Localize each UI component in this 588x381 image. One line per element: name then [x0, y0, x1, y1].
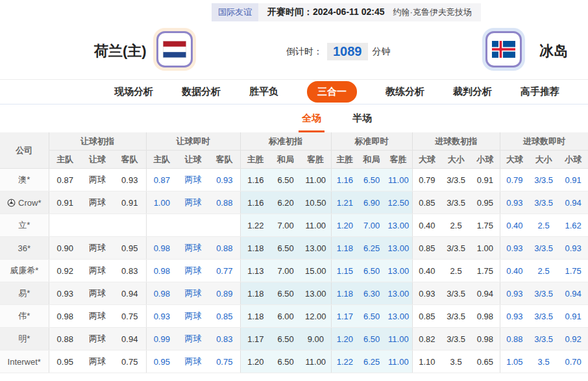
odds-cell: 0.93 — [49, 282, 81, 305]
odds-cell: 3/3.5 — [441, 191, 471, 214]
odds-group-header: 进球数初指 — [412, 132, 500, 151]
scope-subtabs: 全场半场 — [0, 104, 588, 132]
odds-cell: 3.5 — [529, 350, 558, 373]
odds-cell: 1.16 — [240, 191, 271, 214]
odds-cell: 1.18 — [240, 282, 271, 305]
odds-cell: 0.91 — [558, 305, 588, 328]
odds-cell: 0.94 — [558, 282, 588, 305]
odds-cell: 0.88 — [209, 191, 240, 214]
odds-cell: 两球 — [81, 191, 114, 214]
odds-cell: 2.5 — [529, 214, 558, 237]
odds-subcolumn-header: 小球 — [471, 151, 500, 169]
odds-cell: 两球 — [81, 350, 114, 373]
odds-cell: 0.77 — [209, 260, 240, 282]
odds-cell: 0.93 — [412, 282, 441, 305]
odds-cell: 13.00 — [385, 214, 412, 237]
top-info-bar: 国际友谊 开赛时间：2024-06-11 02:45 约翰·克鲁伊夫竞技场 — [0, 0, 588, 23]
odds-cell: 0.91 — [114, 191, 146, 214]
odds-cell — [114, 214, 146, 237]
odds-subcolumn-header: 主胜 — [331, 151, 358, 169]
scope-subtab[interactable]: 半场 — [352, 104, 372, 132]
odds-cell: 0.88 — [49, 328, 81, 350]
odds-cell: 两球 — [177, 328, 209, 350]
nav-tab[interactable]: 胜平负 — [249, 86, 278, 98]
odds-subcolumn-header: 主队 — [146, 151, 177, 169]
odds-cell: 0.82 — [412, 328, 441, 350]
odds-cell: 两球 — [177, 260, 209, 282]
odds-cell: 1.18 — [331, 237, 358, 260]
odds-cell: 11.00 — [385, 169, 412, 191]
odds-cell: 1.20 — [240, 350, 271, 373]
odds-row: 立*1.227.0011.001.207.0013.000.402.51.750… — [0, 214, 588, 237]
odds-subcolumn-header: 大小 — [529, 151, 558, 169]
nav-tab[interactable]: 裁判分析 — [453, 86, 492, 98]
scope-subtab[interactable]: 全场 — [302, 104, 321, 132]
odds-cell: 13.00 — [385, 237, 412, 260]
odds-cell: 2.5 — [529, 260, 558, 282]
odds-cell: 0.94 — [114, 328, 146, 350]
odds-cell: 6.50 — [358, 305, 385, 328]
odds-cell: 1.16 — [240, 169, 271, 191]
odds-cell: 1.75 — [558, 260, 588, 282]
odds-cell: 6.50 — [358, 260, 385, 282]
odds-cell: 0.99 — [146, 328, 177, 350]
company-column-header: 公司 — [0, 132, 49, 169]
odds-cell: 0.90 — [49, 237, 81, 260]
odds-group-header: 进球数即时 — [500, 132, 588, 151]
nav-tab[interactable]: 现场分析 — [114, 86, 153, 98]
odds-cell: 7.00 — [271, 214, 300, 237]
odds-row: 威廉希*0.92两球0.830.98两球0.771.137.0015.001.1… — [0, 260, 588, 282]
odds-cell: 11.00 — [300, 214, 331, 237]
odds-cell: 1.20 — [331, 328, 358, 350]
odds-cell: 0.75 — [114, 350, 146, 373]
odds-table-body: 澳*0.87两球0.930.87两球0.931.166.5011.001.166… — [0, 169, 588, 373]
odds-cell: 0.75 — [209, 350, 240, 373]
odds-subcolumn-header: 大球 — [412, 151, 441, 169]
odds-cell: 3/3.5 — [441, 169, 471, 191]
odds-cell: 6.50 — [271, 328, 300, 350]
odds-cell: 1.10 — [412, 350, 441, 373]
odds-cell: 11.00 — [385, 328, 412, 350]
odds-cell: 0.79 — [412, 169, 441, 191]
odds-cell: 1.17 — [331, 305, 358, 328]
odds-cell: 13.00 — [385, 282, 412, 305]
odds-cell: 12.50 — [385, 191, 412, 214]
odds-cell: 1.17 — [240, 328, 271, 350]
odds-cell: 0.40 — [500, 260, 529, 282]
odds-cell: 3/3.5 — [529, 237, 558, 260]
nav-tab[interactable]: 数据分析 — [182, 86, 221, 98]
odds-cell: 0.98 — [146, 237, 177, 260]
page: { "header": { "league_badge": "国际友谊", "k… — [0, 0, 588, 381]
odds-cell: 0.95 — [146, 350, 177, 373]
odds-row: 伟*0.98两球0.750.93两球0.851.186.0012.001.176… — [0, 305, 588, 328]
odds-cell: 两球 — [177, 237, 209, 260]
odds-cell: 两球 — [81, 169, 114, 191]
home-team-name: 荷兰(主) — [94, 42, 147, 61]
odds-cell: 3.5 — [441, 350, 471, 373]
odds-subcolumn-header: 小球 — [558, 151, 588, 169]
odds-subcolumn-header: 客队 — [114, 151, 146, 169]
company-name: 伟* — [0, 305, 49, 328]
odds-cell: 0.75 — [114, 305, 146, 328]
odds-cell: 0.95 — [49, 350, 81, 373]
nav-tab[interactable]: 教练分析 — [386, 86, 424, 98]
nav-tab[interactable]: 高手推荐 — [521, 86, 559, 98]
odds-cell: 0.83 — [114, 260, 146, 282]
odds-cell: 0.85 — [412, 191, 441, 214]
odds-subcolumn-header: 和局 — [271, 151, 300, 169]
odds-cell: 6.50 — [271, 350, 300, 373]
odds-cell: 11.00 — [300, 169, 331, 191]
odds-cell: 7.00 — [271, 260, 300, 282]
odds-cell: 1.13 — [240, 260, 271, 282]
company-name: 明* — [0, 328, 49, 350]
odds-cell: 0.40 — [412, 260, 441, 282]
odds-cell: 13.00 — [385, 260, 412, 282]
odds-row: 澳*0.87两球0.930.87两球0.931.166.5011.001.166… — [0, 169, 588, 191]
odds-cell: 0.95 — [114, 237, 146, 260]
odds-cell: 1.05 — [500, 350, 529, 373]
odds-cell: 2.5 — [441, 260, 471, 282]
odds-cell: 0.93 — [500, 305, 529, 328]
odds-cell: 1.62 — [558, 214, 588, 237]
nav-tab[interactable]: 三合一 — [307, 81, 357, 103]
odds-cell: 0.98 — [146, 260, 177, 282]
